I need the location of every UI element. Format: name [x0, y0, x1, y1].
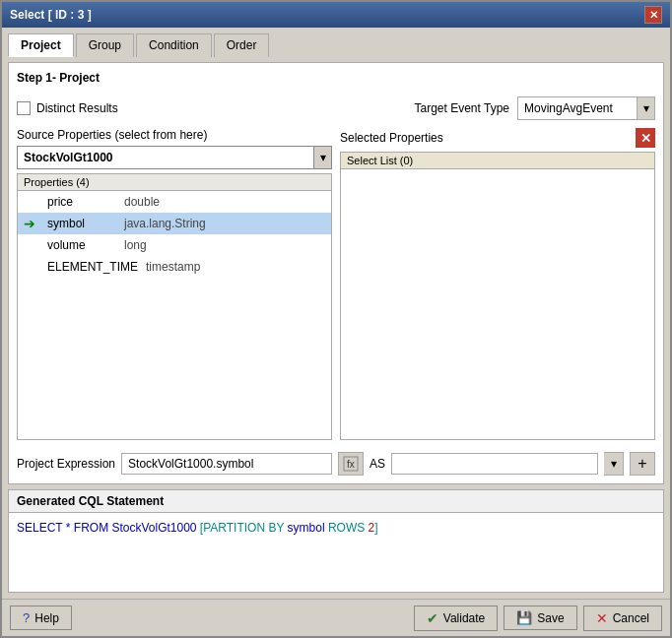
prop-row-empty-2	[18, 299, 331, 321]
add-expr-button[interactable]: +	[630, 452, 655, 476]
validate-button[interactable]: ✔ Validate	[414, 606, 498, 631]
cql-partition-open: [PARTITION BY	[197, 521, 288, 535]
prop-type-volume: long	[124, 238, 147, 252]
validate-icon: ✔	[427, 610, 438, 626]
source-select[interactable]: StockVolGt1000 ▾	[17, 146, 332, 169]
selected-list-header: Select List (0)	[341, 153, 654, 169]
cql-select: SELECT * FROM StockVolGt1000	[17, 521, 197, 535]
prop-type-price: double	[124, 195, 160, 209]
target-right: Target Event Type MovingAvgEvent ▾	[414, 96, 655, 120]
cql-body: SELECT * FROM StockVolGt1000 [PARTITION …	[9, 513, 663, 592]
selected-list: Select List (0)	[340, 152, 655, 440]
expr-row: Project Expression fx AS ▾ +	[17, 452, 655, 476]
main-panel: Step 1- Project Distinct Results Target …	[8, 62, 664, 484]
formula-icon: fx	[343, 456, 359, 472]
prop-name-element-time: ELEMENT_TIME	[47, 260, 138, 274]
target-dropdown-btn[interactable]: ▾	[637, 97, 654, 119]
cancel-label: Cancel	[613, 611, 649, 625]
source-select-value: StockVolGt1000	[18, 149, 313, 166]
main-window: Select [ ID : 3 ] ✕ Project Group Condit…	[0, 0, 672, 638]
prop-arrow-symbol: ➔	[24, 216, 39, 231]
help-button[interactable]: ? Help	[10, 606, 72, 630]
content-area: Project Group Condition Order Step 1- Pr…	[2, 28, 670, 599]
bottom-right: ✔ Validate 💾 Save ✕ Cancel	[414, 606, 662, 631]
source-dropdown-btn[interactable]: ▾	[313, 147, 331, 168]
prop-row-element-time[interactable]: ELEMENT_TIME timestamp	[18, 256, 331, 278]
tab-group[interactable]: Group	[76, 33, 134, 57]
target-select[interactable]: MovingAvgEvent ▾	[517, 96, 655, 120]
two-column-area: Source Properties (select from here) Sto…	[17, 128, 655, 440]
delete-icon: ✕	[636, 128, 655, 148]
validate-label: Validate	[443, 611, 485, 625]
prop-row-volume[interactable]: volume long	[18, 234, 331, 256]
prop-name-symbol: symbol	[47, 217, 116, 230]
window-title: Select [ ID : 3 ]	[10, 8, 92, 22]
delete-selected-button[interactable]: ✕	[636, 128, 655, 148]
tab-condition[interactable]: Condition	[136, 33, 212, 57]
distinct-label: Distinct Results	[36, 101, 118, 115]
expr-input[interactable]	[121, 453, 332, 475]
distinct-left: Distinct Results	[17, 101, 118, 115]
expr-label: Project Expression	[17, 457, 115, 471]
prop-row-empty-3	[18, 321, 331, 343]
prop-type-symbol: java.lang.String	[124, 217, 206, 230]
prop-row-symbol[interactable]: ➔ symbol java.lang.String	[18, 213, 331, 234]
cancel-button[interactable]: ✕ Cancel	[583, 606, 662, 631]
properties-header: Properties (4)	[18, 174, 331, 191]
as-dropdown-button[interactable]: ▾	[604, 452, 624, 476]
help-icon: ?	[23, 610, 30, 625]
properties-table: Properties (4) price double ➔ symbol jav…	[17, 173, 332, 440]
source-panel-label: Source Properties (select from here)	[17, 128, 332, 142]
selected-panel: Selected Properties ✕ Select List (0)	[340, 128, 655, 440]
close-button[interactable]: ✕	[644, 6, 662, 24]
cql-bracket-close: ]	[374, 521, 377, 535]
step-title: Step 1- Project	[17, 71, 655, 85]
distinct-checkbox[interactable]	[17, 101, 31, 115]
prop-name-volume: volume	[47, 238, 116, 252]
expr-formula-button[interactable]: fx	[338, 452, 364, 476]
cancel-icon: ✕	[596, 610, 608, 626]
prop-row-price[interactable]: price double	[18, 191, 331, 213]
cql-section: Generated CQL Statement SELECT * FROM St…	[8, 489, 664, 593]
target-select-value: MovingAvgEvent	[518, 99, 637, 117]
save-icon: 💾	[516, 610, 532, 625]
target-label: Target Event Type	[414, 101, 509, 115]
prop-row-empty-1	[18, 278, 331, 299]
prop-type-element-time: timestamp	[146, 260, 200, 274]
tab-project[interactable]: Project	[8, 33, 74, 57]
cql-title: Generated CQL Statement	[9, 490, 663, 513]
tab-order[interactable]: Order	[214, 33, 270, 57]
as-label: AS	[370, 457, 385, 471]
svg-text:fx: fx	[347, 459, 355, 470]
save-button[interactable]: 💾 Save	[504, 606, 576, 630]
as-input[interactable]	[391, 453, 598, 475]
distinct-target-row: Distinct Results Target Event Type Movin…	[17, 96, 655, 120]
bottom-left: ? Help	[10, 606, 72, 630]
selected-panel-header: Selected Properties ✕	[340, 128, 655, 148]
source-panel: Source Properties (select from here) Sto…	[17, 128, 332, 440]
cql-rows-kw: ROWS	[325, 521, 369, 535]
prop-name-price: price	[47, 195, 116, 209]
title-bar: Select [ ID : 3 ] ✕	[2, 2, 670, 28]
help-label: Help	[34, 611, 59, 625]
save-label: Save	[537, 611, 564, 625]
tab-bar: Project Group Condition Order	[8, 33, 664, 57]
bottom-bar: ? Help ✔ Validate 💾 Save ✕ Cancel	[2, 599, 670, 636]
selected-panel-label: Selected Properties	[340, 131, 443, 145]
cql-symbol: symbol	[288, 521, 325, 535]
